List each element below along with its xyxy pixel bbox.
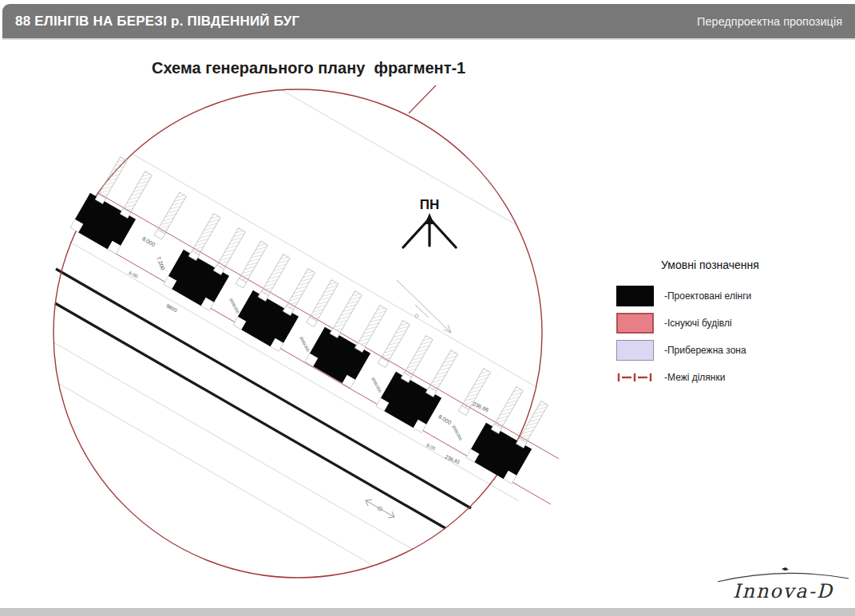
pier [154,192,187,239]
pier [378,320,410,367]
dimension-label: 8.00 [426,443,437,452]
north-label: ПН [420,197,440,212]
company-logo: Innova-D [714,560,852,606]
north-arrow-head [425,213,434,224]
pier [236,241,268,288]
site-boundary-swatch [616,372,654,383]
legend-item-label: -Межі ділянки [664,372,725,383]
projected-elings-swatch [616,286,654,306]
pier [516,401,548,448]
pier [354,305,387,352]
dimension-label: 3000/200 [451,424,463,440]
pier [188,213,221,260]
dimension-label: 3000/200 [228,297,240,314]
pier [491,386,524,433]
header-bar: 88 ЕЛІНГІВ НА БЕРЕЗІ р. ПІВДЕННИЙ БУГ Пе… [2,4,855,38]
plan-title: Схема генерального плану фрагмент-1 [152,59,465,77]
existing-buildings-swatch [616,313,654,334]
legend-item-projected: -Проектовані елінги [616,286,804,306]
title-leader-line [409,85,436,113]
logo-text: Innova-D [733,580,834,602]
legend-item-label: -Проектовані елінги [664,290,751,302]
road-axis-arrow [366,500,394,518]
pier [330,290,362,338]
pier [95,156,128,203]
page-title: 88 ЕЛІНГІВ НА БЕРЕЗІ р. ПІВДЕННИЙ БУГ [15,14,299,30]
legend-item-coastal: -Прибережна зона [616,340,804,361]
dimension-label: 9800 [165,302,178,313]
legend-item-existing: -Існуючі будівлі [616,313,804,334]
dimension-label: 3000/200 [370,376,382,393]
logo-arc-diamond [782,567,789,571]
dimension-label: 7.200 [156,256,166,271]
dimension-label: 236.66 [472,401,490,413]
pier [401,335,433,382]
slide-page: 8.0007.2006.0098003000/2003000/2003000/2… [0,0,855,616]
boundary-dash-icon [616,372,654,383]
legend-item-boundary: -Межі ділянки [616,372,804,383]
dimension-label: 6.00 [128,270,139,279]
pier [213,227,246,274]
legend-item-label: -Існуючі будівлі [664,318,732,329]
pier [426,349,458,397]
legend-item-label: -Прибережна зона [664,345,746,356]
pier [120,171,152,218]
header-subtitle: Передпроектна пропозиція [697,15,842,28]
dimension-label: 8.000 [141,235,156,247]
legend-title: Умовні позначення [616,259,804,271]
dimension-label: 236,81 [445,453,461,465]
north-arrow: ПН [403,197,456,247]
pier [307,279,339,326]
dimension-label: 8.000 [437,413,453,425]
dimension-label: 3000/200 [299,335,311,352]
logo-graphic: Innova-D [714,560,852,606]
legend: Умовні позначення -Проектовані елінги -І… [616,259,804,389]
coastal-zone-swatch [616,340,654,361]
footer-bar [0,608,855,616]
fragment-circle [53,89,542,578]
